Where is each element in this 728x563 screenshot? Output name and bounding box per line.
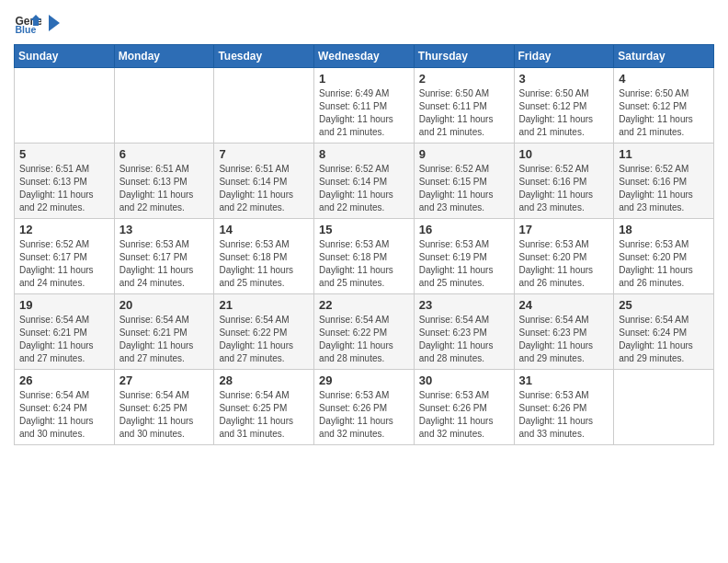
day-number: 14 [219, 223, 309, 236]
day-info: Sunrise: 6:54 AM Sunset: 6:23 PM Dayligh… [519, 314, 609, 365]
day-number: 3 [519, 72, 609, 86]
day-number: 24 [519, 298, 609, 312]
weekday-header: Friday [514, 45, 614, 68]
day-info: Sunrise: 6:51 AM Sunset: 6:13 PM Dayligh… [119, 163, 210, 214]
logo: General Blue [14, 9, 62, 37]
calendar-table: SundayMondayTuesdayWednesdayThursdayFrid… [14, 44, 714, 445]
calendar-cell [214, 68, 314, 144]
day-info: Sunrise: 6:54 AM Sunset: 6:25 PM Dayligh… [119, 389, 210, 441]
calendar-cell: 16Sunrise: 6:53 AM Sunset: 6:19 PM Dayli… [414, 219, 514, 294]
day-number: 20 [119, 298, 210, 312]
calendar-week-row: 5Sunrise: 6:51 AM Sunset: 6:13 PM Daylig… [15, 144, 714, 219]
calendar-cell: 11Sunrise: 6:52 AM Sunset: 6:16 PM Dayli… [614, 144, 714, 219]
calendar-cell: 10Sunrise: 6:52 AM Sunset: 6:16 PM Dayli… [514, 144, 614, 219]
header: General Blue [14, 9, 714, 37]
weekday-header: Tuesday [214, 45, 314, 68]
calendar-cell [114, 68, 214, 144]
day-info: Sunrise: 6:54 AM Sunset: 6:24 PM Dayligh… [619, 314, 709, 365]
day-number: 19 [19, 298, 109, 312]
day-info: Sunrise: 6:54 AM Sunset: 6:23 PM Dayligh… [419, 314, 509, 365]
day-number: 31 [519, 373, 609, 387]
calendar-cell: 6Sunrise: 6:51 AM Sunset: 6:13 PM Daylig… [114, 144, 214, 219]
logo-arrow-icon [45, 13, 62, 33]
day-info: Sunrise: 6:53 AM Sunset: 6:20 PM Dayligh… [519, 238, 609, 290]
day-number: 12 [19, 223, 109, 236]
calendar-cell: 23Sunrise: 6:54 AM Sunset: 6:23 PM Dayli… [414, 294, 514, 370]
day-info: Sunrise: 6:52 AM Sunset: 6:15 PM Dayligh… [419, 163, 509, 214]
day-number: 21 [219, 298, 309, 312]
day-number: 5 [19, 147, 109, 161]
svg-marker-3 [49, 15, 60, 31]
day-number: 25 [619, 298, 709, 312]
calendar-cell: 24Sunrise: 6:54 AM Sunset: 6:23 PM Dayli… [514, 294, 614, 370]
calendar-cell: 12Sunrise: 6:52 AM Sunset: 6:17 PM Dayli… [15, 219, 115, 294]
day-info: Sunrise: 6:54 AM Sunset: 6:21 PM Dayligh… [19, 314, 109, 365]
calendar-cell: 3Sunrise: 6:50 AM Sunset: 6:12 PM Daylig… [514, 68, 614, 144]
calendar-cell: 29Sunrise: 6:53 AM Sunset: 6:26 PM Dayli… [314, 370, 415, 445]
calendar-cell: 18Sunrise: 6:53 AM Sunset: 6:20 PM Dayli… [614, 219, 714, 294]
calendar-header-row: SundayMondayTuesdayWednesdayThursdayFrid… [15, 45, 714, 68]
day-number: 23 [419, 298, 509, 312]
day-info: Sunrise: 6:53 AM Sunset: 6:26 PM Dayligh… [319, 389, 409, 441]
day-number: 16 [419, 223, 509, 236]
calendar-cell: 30Sunrise: 6:53 AM Sunset: 6:26 PM Dayli… [414, 370, 514, 445]
calendar-cell: 25Sunrise: 6:54 AM Sunset: 6:24 PM Dayli… [614, 294, 714, 370]
day-info: Sunrise: 6:53 AM Sunset: 6:17 PM Dayligh… [119, 238, 210, 290]
day-info: Sunrise: 6:53 AM Sunset: 6:26 PM Dayligh… [419, 389, 509, 441]
calendar-cell: 20Sunrise: 6:54 AM Sunset: 6:21 PM Dayli… [114, 294, 214, 370]
day-info: Sunrise: 6:51 AM Sunset: 6:14 PM Dayligh… [219, 163, 309, 214]
day-number: 11 [619, 147, 709, 161]
day-info: Sunrise: 6:52 AM Sunset: 6:14 PM Dayligh… [319, 163, 409, 214]
calendar-cell: 7Sunrise: 6:51 AM Sunset: 6:14 PM Daylig… [214, 144, 314, 219]
day-number: 30 [419, 373, 509, 387]
day-info: Sunrise: 6:53 AM Sunset: 6:18 PM Dayligh… [219, 238, 309, 290]
day-number: 13 [119, 223, 210, 236]
calendar-cell: 31Sunrise: 6:53 AM Sunset: 6:26 PM Dayli… [514, 370, 614, 445]
day-info: Sunrise: 6:54 AM Sunset: 6:22 PM Dayligh… [219, 314, 309, 365]
weekday-header: Saturday [614, 45, 714, 68]
day-info: Sunrise: 6:52 AM Sunset: 6:16 PM Dayligh… [519, 163, 609, 214]
calendar-cell: 13Sunrise: 6:53 AM Sunset: 6:17 PM Dayli… [114, 219, 214, 294]
weekday-header: Sunday [15, 45, 115, 68]
day-number: 1 [319, 72, 409, 86]
calendar-cell: 1Sunrise: 6:49 AM Sunset: 6:11 PM Daylig… [314, 68, 415, 144]
day-info: Sunrise: 6:53 AM Sunset: 6:20 PM Dayligh… [619, 238, 709, 290]
calendar-cell: 14Sunrise: 6:53 AM Sunset: 6:18 PM Dayli… [214, 219, 314, 294]
day-info: Sunrise: 6:51 AM Sunset: 6:13 PM Dayligh… [19, 163, 109, 214]
calendar-week-row: 12Sunrise: 6:52 AM Sunset: 6:17 PM Dayli… [15, 219, 714, 294]
calendar-cell: 17Sunrise: 6:53 AM Sunset: 6:20 PM Dayli… [514, 219, 614, 294]
day-info: Sunrise: 6:53 AM Sunset: 6:26 PM Dayligh… [519, 389, 609, 441]
day-info: Sunrise: 6:50 AM Sunset: 6:12 PM Dayligh… [619, 87, 709, 139]
day-info: Sunrise: 6:50 AM Sunset: 6:11 PM Dayligh… [419, 87, 509, 139]
day-number: 26 [19, 373, 109, 387]
day-number: 7 [219, 147, 309, 161]
calendar-week-row: 19Sunrise: 6:54 AM Sunset: 6:21 PM Dayli… [15, 294, 714, 370]
day-info: Sunrise: 6:53 AM Sunset: 6:19 PM Dayligh… [419, 238, 509, 290]
logo-icon: General Blue [14, 9, 41, 37]
day-info: Sunrise: 6:52 AM Sunset: 6:16 PM Dayligh… [619, 163, 709, 214]
day-info: Sunrise: 6:50 AM Sunset: 6:12 PM Dayligh… [519, 87, 609, 139]
day-number: 4 [619, 72, 709, 86]
page: General Blue Su [0, 0, 728, 563]
day-info: Sunrise: 6:53 AM Sunset: 6:18 PM Dayligh… [319, 238, 409, 290]
calendar-cell: 26Sunrise: 6:54 AM Sunset: 6:24 PM Dayli… [15, 370, 115, 445]
day-number: 15 [319, 223, 409, 236]
calendar-cell: 8Sunrise: 6:52 AM Sunset: 6:14 PM Daylig… [314, 144, 415, 219]
calendar-cell: 15Sunrise: 6:53 AM Sunset: 6:18 PM Dayli… [314, 219, 415, 294]
day-info: Sunrise: 6:54 AM Sunset: 6:22 PM Dayligh… [319, 314, 409, 365]
calendar-cell: 22Sunrise: 6:54 AM Sunset: 6:22 PM Dayli… [314, 294, 415, 370]
day-number: 29 [319, 373, 409, 387]
day-number: 18 [619, 223, 709, 236]
day-info: Sunrise: 6:54 AM Sunset: 6:24 PM Dayligh… [19, 389, 109, 441]
day-info: Sunrise: 6:49 AM Sunset: 6:11 PM Dayligh… [319, 87, 409, 139]
svg-text:Blue: Blue [16, 24, 37, 35]
calendar-cell: 21Sunrise: 6:54 AM Sunset: 6:22 PM Dayli… [214, 294, 314, 370]
calendar-cell: 4Sunrise: 6:50 AM Sunset: 6:12 PM Daylig… [614, 68, 714, 144]
day-number: 27 [119, 373, 210, 387]
day-number: 22 [319, 298, 409, 312]
weekday-header: Thursday [414, 45, 514, 68]
calendar-cell [15, 68, 115, 144]
calendar-cell: 5Sunrise: 6:51 AM Sunset: 6:13 PM Daylig… [15, 144, 115, 219]
calendar-cell: 19Sunrise: 6:54 AM Sunset: 6:21 PM Dayli… [15, 294, 115, 370]
day-number: 28 [219, 373, 309, 387]
